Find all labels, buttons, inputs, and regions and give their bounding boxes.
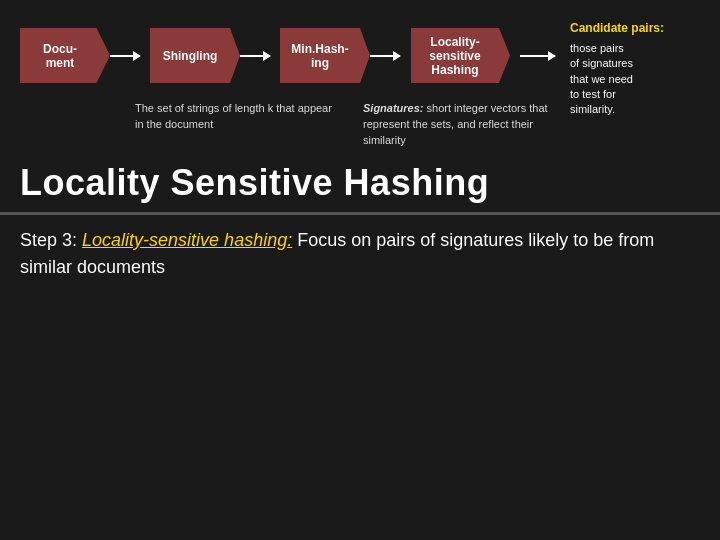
spacer-mid bbox=[335, 101, 353, 149]
diagram-section: Docu- ment Shingling Min.Hash- ing bbox=[0, 0, 720, 93]
signatures-desc: Signatures: short integer vectors that r… bbox=[353, 101, 573, 149]
signatures-label: Signatures: bbox=[363, 102, 424, 114]
shingling-label: Shingling bbox=[163, 49, 218, 63]
shingling-desc-text: The set of strings of length k that appe… bbox=[135, 102, 332, 130]
final-arrow bbox=[520, 55, 555, 57]
final-arrow-line bbox=[520, 55, 555, 57]
candidate-line-3: that we need bbox=[570, 72, 700, 87]
shape-shingling: Shingling bbox=[140, 28, 240, 83]
arrow-2 bbox=[240, 55, 270, 57]
shingling-desc: The set of strings of length k that appe… bbox=[135, 101, 335, 149]
flow-item-minhash: Min.Hash- ing bbox=[270, 28, 370, 83]
minhash-label: Min.Hash- ing bbox=[291, 42, 348, 70]
shape-minhash: Min.Hash- ing bbox=[270, 28, 370, 83]
candidate-line-1: those pairs bbox=[570, 41, 700, 56]
arrow-3 bbox=[370, 55, 400, 57]
spacer-left bbox=[20, 101, 135, 149]
candidate-line-5: similarity. bbox=[570, 102, 700, 117]
flow-item-shingling: Shingling bbox=[140, 28, 240, 83]
bottom-italic: Locality-sensitive hashing: bbox=[82, 230, 292, 250]
candidate-line-2: of signatures bbox=[570, 56, 700, 71]
lsh-label: Locality- sensitive Hashing bbox=[429, 35, 480, 77]
candidate-title: Candidate pairs: bbox=[570, 20, 700, 37]
document-label: Docu- ment bbox=[43, 42, 77, 70]
flow-item-document: Docu- ment bbox=[20, 28, 110, 83]
candidate-box: Candidate pairs: those pairs of signatur… bbox=[570, 20, 700, 118]
candidate-line-4: to test for bbox=[570, 87, 700, 102]
bottom-text: Step 3: Locality-sensitive hashing: Focu… bbox=[0, 215, 720, 291]
shape-document: Docu- ment bbox=[20, 28, 110, 83]
step-label: Step 3: bbox=[20, 230, 77, 250]
big-title: Locality Sensitive Hashing bbox=[0, 154, 720, 212]
arrow-1 bbox=[110, 55, 140, 57]
shape-lsh: Locality- sensitive Hashing bbox=[400, 28, 510, 83]
flow-item-lsh: Locality- sensitive Hashing bbox=[400, 28, 510, 83]
main-container: Docu- ment Shingling Min.Hash- ing bbox=[0, 0, 720, 540]
